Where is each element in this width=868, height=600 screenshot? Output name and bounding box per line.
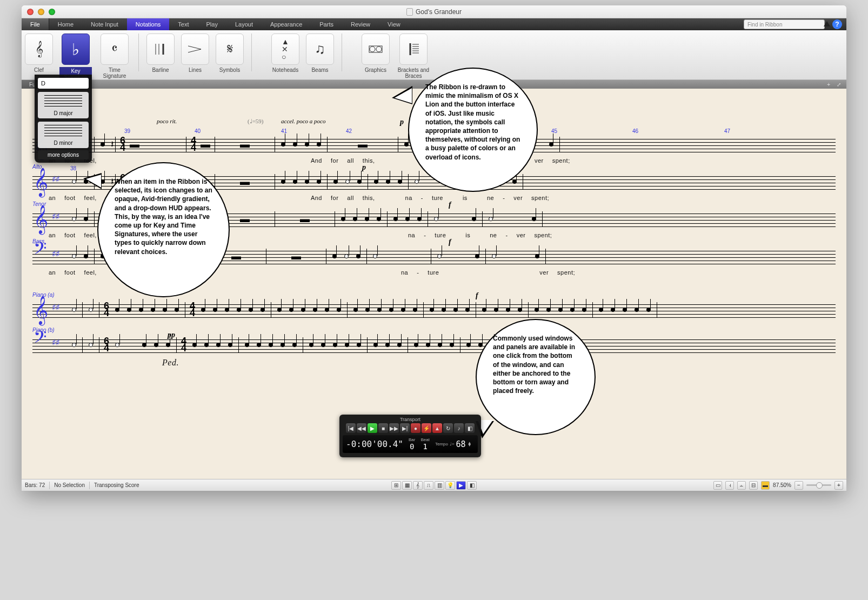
find-in-ribbon[interactable]: Find in Ribbon bbox=[744, 19, 825, 29]
play-button[interactable]: ▶ bbox=[368, 423, 377, 433]
expression-accel: accel. poco a poco bbox=[281, 118, 325, 124]
noteheads-group: ▲✕○ Noteheads bbox=[268, 34, 303, 73]
staff-piano-b-bass[interactable]: 𝄢♯♯ 64 44 bbox=[32, 334, 836, 356]
treble-clef-icon: 𝄞 bbox=[34, 298, 48, 323]
keypad-panel-button[interactable]: ⊞ bbox=[391, 481, 401, 490]
help-button[interactable]: ? bbox=[832, 19, 842, 29]
bracket-icon bbox=[407, 42, 420, 56]
tempo-stepper[interactable]: ▲▼ bbox=[468, 442, 472, 446]
more-options-button[interactable]: more options bbox=[38, 150, 89, 159]
collapse-ribbon-icon[interactable] bbox=[824, 21, 830, 26]
barline-button[interactable] bbox=[146, 34, 175, 65]
transport-title: Transport bbox=[343, 417, 478, 422]
tab-text[interactable]: Text bbox=[169, 18, 197, 30]
brackets-button[interactable] bbox=[399, 34, 428, 65]
key-option-d-minor[interactable]: D minor bbox=[38, 122, 89, 148]
stop-button[interactable]: ■ bbox=[378, 423, 388, 433]
zoom-in-button[interactable]: + bbox=[834, 481, 843, 490]
beams-button[interactable]: ♫ bbox=[306, 34, 334, 65]
svg-point-3 bbox=[370, 46, 375, 52]
go-to-end-button[interactable]: ▶| bbox=[400, 423, 410, 433]
separator bbox=[251, 34, 252, 71]
fast-forward-button[interactable]: ▶▶ bbox=[389, 423, 399, 433]
key-filter-input[interactable] bbox=[38, 78, 89, 89]
zoom-slider[interactable] bbox=[806, 484, 831, 486]
graphics-button[interactable] bbox=[362, 34, 390, 65]
lines-group: Lines bbox=[178, 34, 212, 73]
ribbon-tabs: File Home Note Input Notations Text Play… bbox=[22, 18, 846, 30]
tab-appearance[interactable]: Appearance bbox=[262, 18, 311, 30]
time-sig-group: 𝄴 Time Signature bbox=[95, 34, 134, 79]
key-sig-group: ♭ Key Signature bbox=[56, 34, 95, 81]
treble-clef-icon: 𝄞 bbox=[34, 207, 48, 232]
fretboard-panel-button[interactable]: 𝄞 bbox=[413, 481, 423, 490]
titlebar[interactable]: God's Grandeur bbox=[22, 5, 846, 18]
segno-icon: 𝄋 bbox=[227, 41, 233, 57]
key-signature-hud[interactable]: D major D minor more options bbox=[35, 75, 92, 163]
view-panorama-button[interactable]: ⊟ bbox=[749, 481, 758, 490]
options-button[interactable]: ◧ bbox=[465, 423, 475, 433]
graphics-group: Graphics bbox=[358, 34, 393, 73]
live-tempo-button[interactable]: ⚡ bbox=[422, 423, 431, 433]
metronome-button[interactable]: ▲ bbox=[432, 423, 442, 433]
graphics-icon bbox=[369, 44, 383, 55]
tab-review[interactable]: Review bbox=[342, 18, 379, 30]
add-tab-button[interactable]: + bbox=[827, 82, 830, 88]
status-transposing: Transposing Score bbox=[94, 482, 139, 488]
view-pages-button[interactable]: ⫠ bbox=[737, 481, 746, 490]
zoom-button[interactable] bbox=[49, 9, 55, 15]
mixer-panel-button[interactable]: ⎍ bbox=[424, 481, 433, 490]
loop-button[interactable]: ↻ bbox=[443, 423, 453, 433]
staff-piano-a-treble[interactable]: 𝄞♯♯ f 64 44 bbox=[32, 299, 836, 321]
view-focus-button[interactable]: ▬ bbox=[761, 481, 770, 490]
clef-button[interactable]: 𝄞 bbox=[25, 34, 53, 65]
hairpin-icon bbox=[187, 45, 203, 54]
tab-home[interactable]: Home bbox=[49, 18, 82, 30]
status-selection: No Selection bbox=[54, 482, 85, 488]
ideas-panel-button[interactable]: 💡 bbox=[445, 481, 455, 490]
lines-button[interactable] bbox=[181, 34, 209, 65]
record-button[interactable]: ● bbox=[411, 423, 420, 433]
close-button[interactable] bbox=[27, 9, 34, 15]
dynamic-p: p bbox=[400, 118, 404, 126]
tab-view[interactable]: View bbox=[379, 18, 409, 30]
tab-file[interactable]: File bbox=[22, 18, 49, 30]
key-signature-button[interactable]: ♭ bbox=[62, 34, 90, 65]
clef-group: 𝄞 Clef bbox=[22, 34, 56, 73]
minimize-button[interactable] bbox=[38, 9, 44, 15]
transport-panel[interactable]: Transport |◀ ◀◀ ▶ ■ ▶▶ ▶| ● ⚡ ▲ ↻ ♪ ◧ -0… bbox=[339, 415, 481, 457]
symbols-button[interactable]: 𝄋 bbox=[216, 34, 244, 65]
key-option-d-major[interactable]: D major bbox=[38, 92, 89, 118]
noteheads-icon: ▲✕○ bbox=[282, 38, 289, 61]
view-spread-button[interactable]: ⫞ bbox=[725, 481, 734, 490]
annotation-bubble-hud: When an item in the Ribbon is selected, … bbox=[97, 162, 230, 297]
traffic-lights bbox=[27, 9, 55, 15]
annotation-bubble-ribbon: The Ribbon is re-drawn to mimic the mini… bbox=[408, 68, 538, 192]
view-single-button[interactable]: ▭ bbox=[713, 481, 722, 490]
expand-tabs-button[interactable]: ⤢ bbox=[837, 82, 841, 88]
symbols-group: 𝄋 Symbols bbox=[212, 34, 247, 73]
tab-note-input[interactable]: Note Input bbox=[82, 18, 127, 30]
navigator-panel-button[interactable]: ▦ bbox=[402, 481, 412, 490]
tab-layout[interactable]: Layout bbox=[226, 18, 262, 30]
keyboard-panel-button[interactable]: ▥ bbox=[435, 481, 444, 490]
tab-parts[interactable]: Parts bbox=[311, 18, 342, 30]
time-signature-button[interactable]: 𝄴 bbox=[101, 34, 129, 65]
bass-clef-icon: 𝄢 bbox=[34, 240, 46, 261]
go-to-start-button[interactable]: |◀ bbox=[346, 423, 356, 433]
expression-poco-rit: poco rit. bbox=[157, 118, 177, 124]
tab-play[interactable]: Play bbox=[198, 18, 226, 30]
cut-time-icon: 𝄴 bbox=[111, 41, 118, 57]
rewind-button[interactable]: ◀◀ bbox=[357, 423, 366, 433]
click-button[interactable]: ♪ bbox=[454, 423, 464, 433]
zoom-level: 87.50% bbox=[773, 482, 791, 488]
video-panel-button[interactable]: ◧ bbox=[467, 481, 477, 490]
tab-notations[interactable]: Notations bbox=[127, 18, 169, 30]
document-icon bbox=[406, 8, 413, 16]
zoom-out-button[interactable]: − bbox=[794, 481, 803, 490]
barline-group: Barline bbox=[143, 34, 178, 73]
barline-icon bbox=[153, 42, 168, 56]
flat-icon: ♭ bbox=[72, 40, 79, 59]
noteheads-button[interactable]: ▲✕○ bbox=[271, 34, 299, 65]
transport-panel-button[interactable]: ▶ bbox=[456, 481, 466, 490]
